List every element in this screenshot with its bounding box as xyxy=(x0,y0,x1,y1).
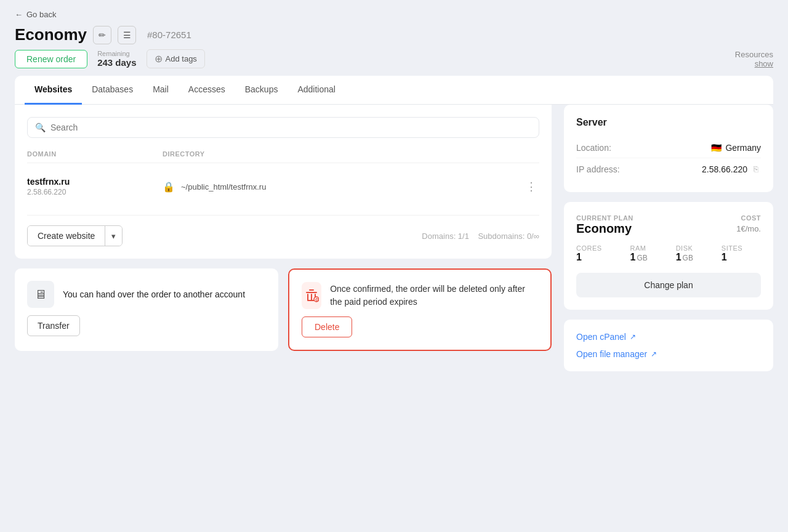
renew-order-button[interactable]: Renew order xyxy=(15,50,87,68)
transfer-button[interactable]: Transfer xyxy=(27,315,80,336)
search-input[interactable] xyxy=(50,123,531,132)
go-back-label: Go back xyxy=(26,10,56,19)
flag-icon: 🇩🇪 xyxy=(711,143,722,153)
domain-ip: 2.58.66.220 xyxy=(27,188,163,196)
open-cpanel-link[interactable]: Open cPanel ↗ xyxy=(576,332,761,342)
list-button[interactable]: ☰ xyxy=(118,26,136,44)
tab-mail[interactable]: Mail xyxy=(143,76,179,105)
plan-card: Current Plan Economy Cost 1€/mo. CORES 1 xyxy=(564,202,773,310)
page-title: Economy xyxy=(15,25,87,44)
search-bar: 🔍 xyxy=(27,117,539,138)
ip-row: IP address: 2.58.66.220 ⎘ xyxy=(576,158,761,180)
location-label: Location: xyxy=(576,143,611,153)
edit-button[interactable]: ✏ xyxy=(93,26,111,44)
tab-backups[interactable]: Backups xyxy=(235,76,288,105)
dir-cell: 🔒 ~/public_html/testfrnx.ru xyxy=(163,181,521,193)
create-website-group: Create website ▾ xyxy=(27,225,123,246)
tab-accesses[interactable]: Accesses xyxy=(179,76,235,105)
current-plan-label: Current Plan xyxy=(576,214,633,222)
svg-rect-2 xyxy=(307,294,308,300)
svg-rect-5 xyxy=(307,292,316,293)
spec-sites: SITES 1 xyxy=(722,244,761,263)
order-id: #80-72651 xyxy=(147,30,191,40)
resources-label: Resources xyxy=(735,50,773,59)
domain-col-header: Domain xyxy=(27,150,163,158)
tab-databases[interactable]: Databases xyxy=(82,76,143,105)
plus-icon: ⊕ xyxy=(155,53,163,65)
specs-row: CORES 1 RAM 1GB DISK 1GB SITES 1 xyxy=(576,244,761,263)
delete-button[interactable]: Delete xyxy=(302,316,352,337)
open-file-manager-link[interactable]: Open file manager ↗ xyxy=(576,349,761,359)
spec-ram: RAM 1GB xyxy=(630,244,666,263)
svg-rect-4 xyxy=(311,294,312,300)
location-row: Location: 🇩🇪 Germany xyxy=(576,138,761,158)
dir-path: ~/public_html/testfrnx.ru xyxy=(181,182,266,191)
create-website-button[interactable]: Create website xyxy=(28,226,105,246)
arrow-left-icon: ← xyxy=(15,10,23,19)
spec-cores: CORES 1 xyxy=(576,244,621,263)
add-tags-label: Add tags xyxy=(166,54,197,63)
server-card: Server Location: 🇩🇪 Germany IP address: … xyxy=(564,105,773,192)
delete-card: ⏱ Once confirmed, the order will be dele… xyxy=(288,268,552,351)
websites-card: 🔍 Domain Directory testfrnx.ru 2.58.66.2… xyxy=(15,105,552,259)
copy-ip-button[interactable]: ⎘ xyxy=(751,163,761,175)
transfer-text: You can hand over the order to another a… xyxy=(63,289,245,299)
domains-info: Domains: 1/1 Subdomains: 0/∞ xyxy=(422,232,539,241)
tab-additional[interactable]: Additional xyxy=(287,76,345,105)
transfer-icon: 🖥 xyxy=(27,281,54,308)
cost-label: Cost xyxy=(736,214,761,222)
table-row: testfrnx.ru 2.58.66.220 🔒 ~/public_html/… xyxy=(27,171,539,203)
ip-value: 2.58.66.220 xyxy=(702,164,747,174)
location-value: Germany xyxy=(725,143,761,153)
row-more-button[interactable]: ⋮ xyxy=(521,177,539,196)
directory-col-header: Directory xyxy=(163,150,521,158)
spec-disk: DISK 1GB xyxy=(676,244,712,263)
resources-show-link[interactable]: show xyxy=(755,59,773,68)
tabs-bar: Websites Databases Mail Accesses Backups… xyxy=(15,76,773,105)
change-plan-button[interactable]: Change plan xyxy=(576,273,761,297)
svg-rect-1 xyxy=(309,289,314,291)
external-link-icon: ↗ xyxy=(630,332,636,341)
websites-bottom-bar: Create website ▾ Domains: 1/1 Subdomains… xyxy=(27,215,539,246)
add-tags-button[interactable]: ⊕ Add tags xyxy=(147,49,205,68)
create-website-dropdown-button[interactable]: ▾ xyxy=(105,227,122,246)
table-header: Domain Directory xyxy=(27,150,539,163)
delete-icon: ⏱ xyxy=(302,282,321,309)
go-back-link[interactable]: ← Go back xyxy=(15,10,773,19)
chevron-down-icon: ▾ xyxy=(111,232,116,241)
svg-text:⏱: ⏱ xyxy=(315,297,319,302)
remaining-label: Remaining xyxy=(97,50,136,57)
remaining-days: 243 days xyxy=(97,57,136,68)
delete-text: Once confirmed, the order will be delete… xyxy=(330,283,538,308)
plan-cost: 1€/mo. xyxy=(736,222,761,235)
search-icon: 🔍 xyxy=(35,123,46,132)
ssl-lock-icon: 🔒 xyxy=(163,181,175,193)
tab-websites[interactable]: Websites xyxy=(25,76,82,105)
transfer-card: 🖥 You can hand over the order to another… xyxy=(15,268,278,351)
external-link-icon-2: ↗ xyxy=(651,350,657,358)
server-title: Server xyxy=(576,117,761,128)
plan-name: Economy xyxy=(576,222,633,236)
links-card: Open cPanel ↗ Open file manager ↗ xyxy=(564,320,773,371)
domain-name: testfrnx.ru xyxy=(27,177,163,187)
ip-label: IP address: xyxy=(576,164,620,174)
